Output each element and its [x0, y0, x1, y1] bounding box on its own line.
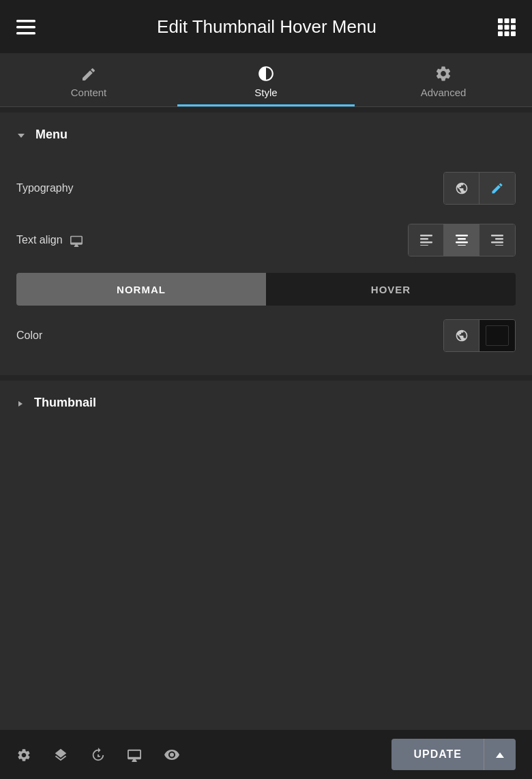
svg-rect-20: [458, 245, 466, 246]
typography-row: Typography: [16, 162, 516, 214]
pencil-icon: [80, 65, 97, 83]
svg-rect-10: [504, 31, 509, 36]
footer: UPDATE: [0, 730, 532, 779]
tab-advanced[interactable]: Advanced: [355, 53, 532, 106]
svg-rect-17: [456, 235, 468, 237]
svg-rect-14: [420, 238, 428, 240]
svg-marker-25: [18, 401, 23, 407]
color-btn-group: [443, 319, 516, 352]
svg-rect-24: [495, 245, 503, 246]
svg-rect-21: [491, 235, 503, 237]
svg-rect-9: [498, 31, 503, 36]
color-swatch-btn[interactable]: [479, 320, 515, 351]
svg-rect-16: [420, 245, 428, 246]
svg-rect-18: [458, 238, 466, 240]
tabs-bar: Content Style Advanced: [0, 53, 532, 107]
footer-gear-icon[interactable]: [16, 746, 31, 763]
svg-rect-5: [511, 18, 516, 23]
update-btn-group: UPDATE: [391, 739, 516, 770]
svg-rect-23: [491, 241, 503, 244]
footer-monitor-icon[interactable]: [127, 746, 142, 763]
svg-rect-3: [498, 18, 503, 23]
svg-rect-0: [16, 20, 35, 23]
typography-global-btn[interactable]: [444, 173, 479, 204]
align-center-btn[interactable]: [444, 224, 479, 256]
thumbnail-section: Thumbnail: [0, 381, 532, 425]
normal-hover-toggle: NORMAL HOVER: [16, 273, 516, 306]
hover-toggle-btn[interactable]: HOVER: [266, 273, 516, 306]
update-arrow-button[interactable]: [484, 739, 516, 770]
tab-style-label: Style: [254, 87, 277, 98]
grid-icon[interactable]: [498, 17, 516, 35]
menu-section-header[interactable]: Menu: [0, 113, 532, 157]
svg-rect-1: [16, 26, 35, 29]
footer-history-icon[interactable]: [90, 746, 105, 763]
thumbnail-section-header[interactable]: Thumbnail: [0, 381, 532, 425]
gear-tab-icon: [434, 64, 452, 83]
menu-chevron-icon: [16, 130, 26, 141]
svg-rect-19: [456, 241, 468, 244]
svg-rect-11: [511, 31, 516, 36]
text-align-row: Text align: [16, 214, 516, 266]
align-left-btn[interactable]: [409, 224, 444, 256]
typography-btn-group: [443, 172, 516, 205]
svg-rect-22: [495, 238, 503, 240]
svg-rect-2: [16, 32, 35, 35]
section-divider-middle: [0, 375, 532, 381]
thumbnail-chevron-icon: [16, 398, 25, 409]
menu-section-title: Menu: [35, 128, 68, 142]
typography-label: Typography: [16, 182, 74, 194]
section-divider-top: [0, 107, 532, 113]
normal-toggle-btn[interactable]: NORMAL: [16, 273, 266, 306]
header: Edit Thumbnail Hover Menu: [0, 0, 532, 53]
svg-rect-15: [420, 241, 432, 244]
monitor-icon: [70, 233, 83, 247]
normal-hover-toggle-row: NORMAL HOVER: [16, 266, 516, 310]
page-title: Edit Thumbnail Hover Menu: [157, 16, 376, 38]
content-spacer: [0, 425, 532, 561]
svg-rect-4: [504, 18, 509, 23]
tab-advanced-label: Advanced: [421, 87, 467, 98]
menu-section: Menu Typography Text alig: [0, 113, 532, 375]
footer-icons-group: [16, 746, 180, 763]
svg-rect-13: [420, 235, 432, 237]
text-align-btn-group: [408, 224, 516, 256]
text-align-label: Text align: [16, 233, 83, 247]
footer-layers-icon[interactable]: [53, 746, 68, 763]
color-row: Color: [16, 310, 516, 362]
typography-edit-btn[interactable]: [479, 173, 515, 204]
footer-eye-icon[interactable]: [164, 746, 180, 763]
hamburger-icon[interactable]: [16, 18, 35, 35]
tab-content[interactable]: Content: [0, 53, 177, 106]
thumbnail-section-title: Thumbnail: [34, 396, 96, 410]
contrast-icon: [257, 64, 275, 83]
tab-content-label: Content: [71, 87, 107, 98]
svg-marker-12: [18, 134, 25, 138]
update-button[interactable]: UPDATE: [391, 739, 484, 770]
align-right-btn[interactable]: [479, 224, 515, 256]
color-label: Color: [16, 329, 42, 342]
svg-rect-8: [511, 25, 516, 29]
svg-marker-26: [496, 752, 504, 758]
tab-style[interactable]: Style: [177, 53, 355, 106]
svg-rect-7: [504, 25, 509, 29]
color-global-btn[interactable]: [444, 320, 479, 351]
svg-rect-6: [498, 25, 503, 29]
menu-controls: Typography Text align: [0, 157, 532, 375]
